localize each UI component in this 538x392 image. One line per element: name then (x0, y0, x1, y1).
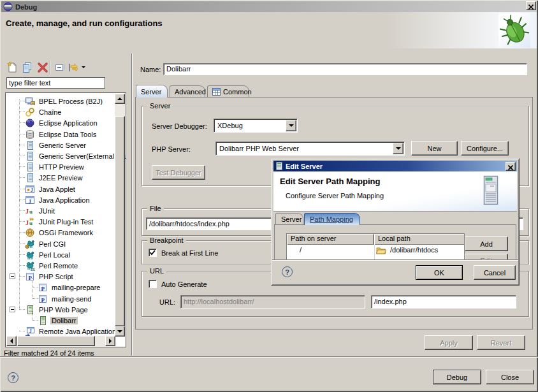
delete-button[interactable] (36, 61, 49, 74)
revert-button[interactable]: Revert (477, 335, 525, 350)
test-debugger-button[interactable]: Test Debugger (152, 165, 205, 180)
php-icon: P (25, 272, 35, 282)
tree-item[interactable]: HTTP Preview (25, 161, 85, 172)
close-button[interactable]: Close (486, 370, 534, 384)
tree-item[interactable]: J2EE Preview (25, 172, 84, 183)
php-server-combo[interactable]: Dolibarr PHP Web Server (215, 142, 405, 156)
server-debugger-combo[interactable]: XDebug (214, 119, 298, 133)
folder-icon (376, 246, 386, 254)
help-button[interactable]: ? (8, 372, 18, 383)
url-file-input[interactable]: /index.php (371, 295, 516, 309)
horizontal-scroll-thumb[interactable] (17, 336, 95, 346)
php-icon: P (38, 294, 48, 304)
eclipse-icon (25, 118, 35, 128)
tree-horizontal-scrollbar[interactable] (6, 336, 115, 346)
tree-connector-stub (19, 265, 25, 266)
tree-item[interactable]: JJava Applet (25, 184, 76, 194)
tree-item[interactable]: Pmailing-prepare (38, 282, 101, 293)
dialog-tab-path-mapping[interactable]: Path Mapping (304, 213, 360, 225)
break-first-line-checkbox[interactable] (149, 249, 157, 257)
tree-connector-line (19, 99, 20, 309)
perlremote-icon: JJJ (25, 261, 35, 271)
window-close-button[interactable] (526, 1, 536, 10)
apply-button[interactable]: Apply (425, 335, 473, 350)
panel-divider[interactable] (131, 54, 133, 356)
url-group-legend: URL (147, 267, 166, 275)
tree-connector-stub (19, 134, 25, 134)
filter-menu-caret[interactable] (82, 66, 85, 68)
tree-vertical-scrollbar[interactable] (115, 94, 125, 337)
tree-item[interactable]: Dolibarr (38, 315, 78, 326)
tree-item[interactable]: Chaîne (25, 106, 62, 117)
php-icon: P (38, 282, 48, 293)
tree-connector-stub (19, 309, 25, 310)
checkmark-icon (149, 249, 156, 256)
perl-icon (25, 250, 35, 260)
bpel-icon (25, 96, 35, 106)
tree-connector-stub (19, 177, 25, 178)
cancel-button[interactable]: Cancel (474, 265, 516, 280)
cell-path-on-server[interactable]: / (300, 246, 302, 254)
tree-item[interactable]: JJJPerl Remote (25, 260, 79, 271)
tree-item[interactable]: JuJUnit Plug-in Test (25, 216, 94, 227)
tree-item[interactable]: OSGi Framework (25, 227, 94, 238)
tree-item[interactable]: Perl CGI (25, 238, 67, 249)
tree-item[interactable]: Generic Server (25, 140, 87, 150)
debug-button[interactable]: Debug (433, 370, 481, 384)
tab-server[interactable]: Server (136, 85, 168, 98)
scroll-right-button[interactable] (105, 336, 115, 346)
column-header-path-on-server[interactable]: Path on server (287, 234, 374, 245)
tree-expander-minus[interactable] (10, 273, 15, 279)
tree-connector-stub (19, 156, 25, 156)
tree-expander-minus[interactable] (10, 307, 15, 312)
chain-icon (25, 107, 35, 117)
name-input[interactable]: Dolibarr (163, 63, 527, 75)
scroll-left-button[interactable] (6, 336, 17, 346)
configurations-tree[interactable]: BPEL Process (B2J)ChaîneEclipse Applicat… (5, 92, 126, 347)
tab-common[interactable]: Common (207, 85, 249, 98)
configure-button[interactable]: Configure... (461, 141, 509, 156)
tree-item[interactable]: Generic Server(External Launch) (25, 150, 126, 161)
ok-button[interactable]: OK (416, 265, 463, 280)
filter-icon (68, 61, 80, 74)
new-configuration-button[interactable] (6, 61, 18, 74)
dialog-banner: Edit Server Path Mapping Configure Serve… (273, 171, 517, 212)
combo-arrow-icon[interactable] (286, 120, 296, 131)
tree-connector-stub (19, 200, 25, 200)
dialog-close-button[interactable] (505, 162, 516, 171)
add-button[interactable]: Add (465, 236, 508, 251)
auto-generate-checkbox[interactable] (149, 280, 157, 288)
dialog-help-button[interactable]: ? (282, 266, 293, 277)
cell-local-path[interactable]: /dolibarr/htdocs (390, 246, 438, 254)
filter-input[interactable] (6, 77, 105, 89)
scroll-up-button[interactable] (115, 94, 125, 104)
tree-item[interactable]: Pmailing-send (38, 293, 92, 304)
duplicate-button[interactable] (21, 61, 34, 74)
tree-item[interactable]: BPEL Process (B2J) (25, 96, 104, 106)
new-server-button[interactable]: New (411, 141, 458, 156)
phpweb-icon (25, 305, 35, 315)
collapse-all-button[interactable] (54, 61, 66, 74)
combo-arrow-icon[interactable] (393, 143, 404, 154)
edit-server-dialog: Edit Server Edit Server Path Mapping Con… (271, 158, 520, 286)
scroll-down-button[interactable] (115, 326, 125, 337)
tree-item[interactable]: JRemote Java Application (25, 326, 117, 337)
name-label: Name: (140, 66, 161, 73)
tab-advanced[interactable]: Advanced (170, 85, 205, 98)
tree-item[interactable]: JJava Application (25, 194, 91, 205)
path-mapping-table[interactable]: Path on server Local path / /dolibarr/ht… (286, 233, 465, 262)
tree-item[interactable]: Perl Local (25, 249, 71, 260)
column-header-local-path[interactable]: Local path (374, 234, 465, 245)
dialog-tab-server[interactable]: Server (275, 213, 303, 225)
tree-item[interactable]: Eclipse Application (25, 117, 99, 128)
dialog-titlebar: Edit Server (273, 161, 517, 171)
svg-text:u: u (29, 208, 33, 215)
tree-item[interactable]: JuJUnit (25, 205, 56, 216)
vertical-scroll-thumb[interactable] (115, 116, 125, 326)
tree-connector-stub (19, 232, 25, 233)
toolbar-separator (50, 61, 51, 75)
filter-button[interactable] (68, 61, 80, 74)
tree-item[interactable]: PHP Web Page (25, 304, 89, 315)
tree-connector-stub (19, 112, 25, 112)
tree-item[interactable]: Eclipse Data Tools (25, 129, 98, 140)
